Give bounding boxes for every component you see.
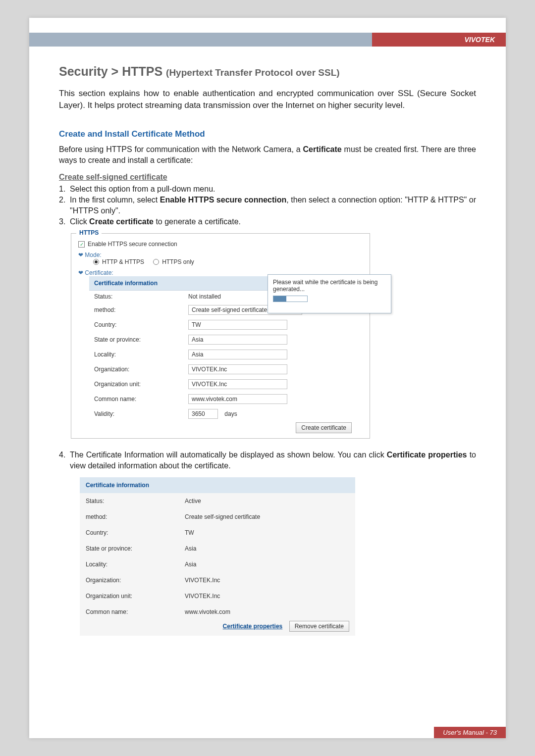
enable-https-label: Enable HTTPS secure connection bbox=[88, 241, 177, 248]
cert-panel-header: Certificate information bbox=[80, 477, 355, 493]
title-main: Security > HTTPS bbox=[59, 64, 162, 78]
mode-https-only-radio[interactable] bbox=[153, 259, 159, 265]
status-label: Status: bbox=[94, 293, 188, 300]
page: VIVOTEK Security > HTTPS (Hypertext Tran… bbox=[29, 18, 506, 738]
brand-strip: VIVOTEK bbox=[29, 33, 506, 47]
organization-unit-label: Organization unit: bbox=[86, 593, 185, 600]
organization-unit-input[interactable]: VIVOTEK.Inc bbox=[188, 379, 287, 389]
mode-label: Mode: bbox=[85, 252, 101, 258]
title-sub: (Hypertext Transfer Protocol over SSL) bbox=[166, 67, 340, 78]
country-label: Country: bbox=[94, 321, 188, 328]
validity-input[interactable]: 3650 bbox=[188, 409, 218, 419]
country-value: TW bbox=[185, 529, 349, 536]
state-label: State or province: bbox=[94, 336, 188, 343]
sub-heading: Create self-signed certificate bbox=[59, 173, 476, 182]
mode-http-https-radio[interactable] bbox=[93, 259, 99, 265]
step-num: 3. bbox=[59, 216, 70, 227]
certificate-label: Certificate: bbox=[85, 269, 113, 276]
certificate-info-screenshot: Certificate information Status: Active m… bbox=[80, 477, 476, 636]
progress-fill bbox=[273, 296, 286, 302]
locality-row: Locality: Asia bbox=[89, 347, 357, 362]
step-text: Select this option from a pull-down menu… bbox=[70, 184, 476, 195]
brand-name: VIVOTEK bbox=[372, 33, 506, 47]
mode-opt2-label: HTTPS only bbox=[162, 258, 194, 265]
step-text: In the first column, select Enable HTTPS… bbox=[70, 195, 476, 216]
status-row: Status: Active bbox=[80, 493, 355, 509]
tooltip-text: Please wait while the certificate is bei… bbox=[273, 279, 377, 293]
method-label: method: bbox=[94, 306, 188, 313]
validity-row: Validity: 3650 days bbox=[89, 406, 357, 421]
locality-input[interactable]: Asia bbox=[188, 350, 287, 359]
enable-https-row: ✓ Enable HTTPS secure connection bbox=[78, 241, 363, 248]
certificate-info-panel: Certificate information Status: Active m… bbox=[80, 477, 355, 636]
step-2: 2.In the first column, select Enable HTT… bbox=[59, 195, 476, 216]
step-text: The Certificate Information will automat… bbox=[70, 450, 476, 471]
steps-list: 1.Select this option from a pull-down me… bbox=[59, 184, 476, 227]
mode-expander[interactable]: ❤ Mode: bbox=[78, 252, 363, 258]
generating-tooltip: Please wait while the certificate is bei… bbox=[268, 274, 391, 313]
page-footer: User's Manual - 73 bbox=[434, 727, 506, 738]
organization-unit-label: Organization unit: bbox=[94, 381, 188, 388]
organization-unit-row: Organization unit: VIVOTEK.Inc bbox=[80, 588, 355, 604]
state-input[interactable]: Asia bbox=[188, 335, 287, 345]
organization-row: Organization: VIVOTEK.Inc bbox=[80, 572, 355, 588]
organization-unit-value: VIVOTEK.Inc bbox=[185, 593, 349, 600]
header-spacer bbox=[29, 18, 506, 33]
paragraph-1: Before using HTTPS for communication wit… bbox=[59, 144, 476, 166]
fieldset-legend: HTTPS bbox=[76, 229, 102, 236]
organization-label: Organization: bbox=[94, 366, 188, 373]
method-label: method: bbox=[86, 513, 185, 520]
country-row: Country: TW bbox=[89, 317, 357, 332]
step-3: 3.Click Create certificate to generate a… bbox=[59, 216, 476, 227]
step-1: 1.Select this option from a pull-down me… bbox=[59, 184, 476, 195]
status-value: Active bbox=[185, 498, 349, 504]
country-input[interactable]: TW bbox=[188, 320, 287, 330]
locality-row: Locality: Asia bbox=[80, 556, 355, 572]
state-row: State or province: Asia bbox=[89, 332, 357, 347]
method-row: method: Create self-signed certificate bbox=[80, 509, 355, 525]
common-name-label: Common name: bbox=[94, 396, 188, 403]
https-fieldset: HTTPS Please wait while the certificate … bbox=[71, 233, 370, 439]
step-num: 2. bbox=[59, 195, 70, 216]
remove-certificate-button[interactable]: Remove certificate bbox=[289, 621, 349, 632]
state-row: State or province: Asia bbox=[80, 541, 355, 556]
organization-value: VIVOTEK.Inc bbox=[185, 577, 349, 584]
common-name-value: www.vivotek.com bbox=[185, 608, 349, 615]
enable-https-checkbox[interactable]: ✓ bbox=[78, 241, 85, 248]
common-name-label: Common name: bbox=[86, 608, 185, 615]
mode-options: HTTP & HTTPS HTTPS only bbox=[78, 258, 363, 265]
organization-unit-row: Organization unit: VIVOTEK.Inc bbox=[89, 377, 357, 392]
locality-label: Locality: bbox=[94, 351, 188, 358]
page-title: Security > HTTPS (Hypertext Transfer Pro… bbox=[59, 64, 476, 79]
common-name-row: Common name: www.vivotek.com bbox=[89, 392, 357, 406]
step-4: 4. The Certificate Information will auto… bbox=[59, 450, 476, 471]
state-label: State or province: bbox=[86, 545, 185, 552]
progress-bar bbox=[273, 296, 308, 302]
mode-opt1-label: HTTP & HTTPS bbox=[102, 258, 144, 265]
locality-value: Asia bbox=[185, 561, 349, 568]
section-heading: Create and Install Certificate Method bbox=[59, 129, 476, 139]
content: Security > HTTPS (Hypertext Transfer Pro… bbox=[29, 47, 506, 655]
organization-label: Organization: bbox=[86, 577, 185, 584]
locality-label: Locality: bbox=[86, 561, 185, 568]
common-name-input[interactable]: www.vivotek.com bbox=[188, 394, 287, 404]
step-text: Click Create certificate to generate a c… bbox=[70, 216, 476, 227]
validity-label: Validity: bbox=[94, 410, 188, 417]
organization-row: Organization: VIVOTEK.Inc bbox=[89, 362, 357, 377]
state-value: Asia bbox=[185, 545, 349, 552]
create-certificate-button[interactable]: Create certificate bbox=[296, 422, 352, 433]
cert-button-row: Create certificate bbox=[89, 421, 357, 431]
https-panel-screenshot: HTTPS Please wait while the certificate … bbox=[71, 233, 476, 439]
certificate-properties-link[interactable]: Certificate properties bbox=[223, 623, 283, 630]
intro-paragraph: This section explains how to enable auth… bbox=[59, 88, 476, 111]
cert-footer-row: Certificate properties Remove certificat… bbox=[80, 620, 355, 636]
country-row: Country: TW bbox=[80, 525, 355, 541]
status-label: Status: bbox=[86, 498, 185, 504]
step-num: 1. bbox=[59, 184, 70, 195]
para1-b: Certificate bbox=[303, 145, 341, 153]
step-num: 4. bbox=[59, 450, 70, 471]
method-value: Create self-signed certificate bbox=[185, 513, 349, 520]
common-name-row: Common name: www.vivotek.com bbox=[80, 604, 355, 620]
para1-a: Before using HTTPS for communication wit… bbox=[59, 145, 303, 153]
organization-input[interactable]: VIVOTEK.Inc bbox=[188, 364, 287, 374]
